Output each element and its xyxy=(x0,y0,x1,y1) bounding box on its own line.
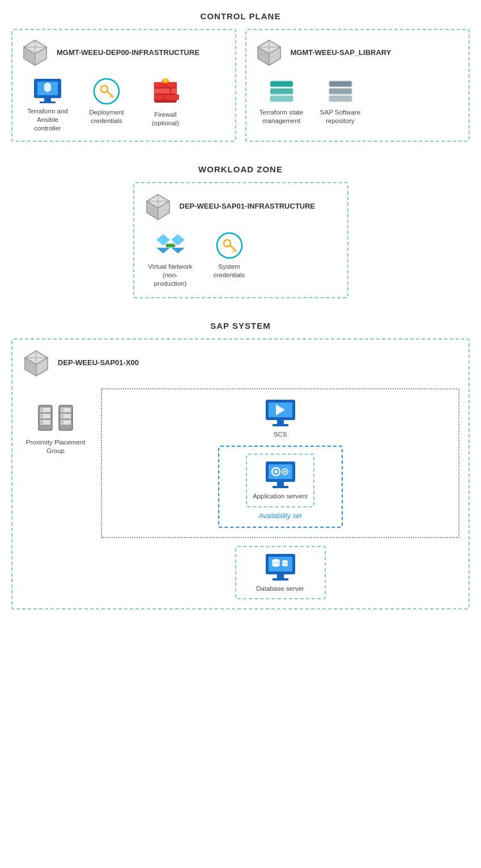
svg-rect-19 xyxy=(154,88,170,94)
svg-rect-31 xyxy=(270,81,293,87)
sap-system-inner: Proximity Placement Group SCS xyxy=(22,388,459,600)
svg-rect-35 xyxy=(270,96,293,101)
cube-icon-right xyxy=(254,38,284,67)
storage-gray-icon xyxy=(327,78,354,105)
app-servers-label: Application servers xyxy=(253,492,308,501)
mgmt-infra-title: MGMT-WEEU-DEP00-INFRASTRUCTURE xyxy=(57,48,199,58)
mgmt-sap-library-header: MGMT-WEEU-SAP_LIBRARY xyxy=(254,38,461,67)
firewall-item: Firewall (optional) xyxy=(143,78,188,128)
dotted-main-box: SCS xyxy=(101,388,459,538)
mgmt-sap-library-title: MGMT-WEEU-SAP_LIBRARY xyxy=(291,48,391,58)
wz-icons: Virtual Network (non-production) System … xyxy=(143,232,338,288)
svg-rect-92 xyxy=(277,482,284,486)
db-server-icon xyxy=(265,553,296,581)
svg-rect-22 xyxy=(164,95,179,100)
svg-point-53 xyxy=(171,243,175,247)
svg-line-60 xyxy=(233,251,234,252)
svg-rect-78 xyxy=(61,408,63,412)
control-plane-section: CONTROL PLANE MGMT-WEEU-DEP00-INFRASTRUC… xyxy=(11,11,470,142)
svg-rect-9 xyxy=(44,98,51,101)
svg-line-15 xyxy=(110,96,111,98)
terraform-state-label: Terraform state management xyxy=(259,108,304,125)
dep-weeu-sap01-header: DEP-WEEU-SAP01-INFRASTRUCTURE xyxy=(143,192,338,222)
svg-rect-80 xyxy=(61,421,63,424)
svg-rect-93 xyxy=(273,486,288,488)
sap-repo-item: SAP Software repository xyxy=(318,78,363,125)
ppg-icon xyxy=(36,400,75,434)
svg-marker-55 xyxy=(171,248,185,253)
svg-rect-72 xyxy=(41,414,43,418)
mgmt-infra-icons: Terraform and Ansible controller Deploym… xyxy=(20,78,227,133)
app-servers-box: Application servers xyxy=(246,454,314,507)
key-circle-icon xyxy=(93,78,120,105)
svg-marker-54 xyxy=(156,248,170,253)
svg-rect-41 xyxy=(329,96,352,101)
dep-weeu-sap01-title: DEP-WEEU-SAP01-INFRASTRUCTURE xyxy=(180,202,316,211)
scs-label: SCS xyxy=(274,430,287,439)
mgmt-infra-box: MGMT-WEEU-DEP00-INFRASTRUCTURE Terraform… xyxy=(11,29,236,142)
firewall-label: Firewall (optional) xyxy=(143,111,188,128)
svg-rect-79 xyxy=(61,414,63,418)
cube-icon-left xyxy=(20,38,50,67)
deployment-creds-label: Deployment credentials xyxy=(84,108,129,125)
workload-zone-title: WORKLOAD ZONE xyxy=(11,164,470,174)
workload-zone-inner: DEP-WEEU-SAP01-INFRASTRUCTURE xyxy=(11,182,470,298)
control-plane-boxes: MGMT-WEEU-DEP00-INFRASTRUCTURE Terraform… xyxy=(11,29,470,142)
svg-rect-39 xyxy=(329,88,352,94)
scs-item: SCS xyxy=(258,399,303,439)
dep-weeu-sap01-x00-box: DEP-WEEU-SAP01-X00 xyxy=(11,338,470,610)
storage-teal-icon xyxy=(268,78,295,105)
svg-rect-10 xyxy=(40,101,56,103)
deployment-creds-item: Deployment credentials xyxy=(84,78,129,125)
control-plane-title: CONTROL PLANE xyxy=(11,11,470,21)
availability-set-box: Application servers Availability set xyxy=(218,446,343,528)
svg-point-91 xyxy=(284,471,286,473)
svg-rect-84 xyxy=(277,420,284,424)
dep-weeu-sap01-box: DEP-WEEU-SAP01-INFRASTRUCTURE xyxy=(133,182,348,298)
svg-line-59 xyxy=(234,249,235,251)
svg-point-24 xyxy=(163,78,168,83)
sap-system-header: DEP-WEEU-SAP01-X00 xyxy=(22,349,459,378)
sap-repo-label: SAP Software repository xyxy=(318,108,363,125)
svg-point-101 xyxy=(282,560,288,562)
ppg-label: Proximity Placement Group xyxy=(22,438,90,455)
system-creds-icon xyxy=(216,232,243,259)
availability-set-label: Availability set xyxy=(259,512,302,520)
system-creds-label: System credentials xyxy=(207,262,252,280)
cube-icon-wz xyxy=(143,192,173,222)
sap-right-section: SCS xyxy=(101,388,459,600)
sap-system-box-title: DEP-WEEU-SAP01-X00 xyxy=(58,358,139,368)
svg-rect-71 xyxy=(41,408,43,412)
svg-rect-20 xyxy=(171,88,177,94)
sap-system-section: SAP SYSTEM DEP-WEEU-SAP01-X00 xyxy=(11,321,470,610)
terraform-ansible-item: Terraform and Ansible controller xyxy=(25,78,70,133)
svg-rect-102 xyxy=(277,574,284,578)
db-server-label: Database server xyxy=(256,585,304,593)
vnet-label: Virtual Network (non-production) xyxy=(148,262,193,288)
sap-system-title: SAP SYSTEM xyxy=(11,321,470,331)
vnet-icon xyxy=(155,232,186,259)
terraform-ansible-label: Terraform and Ansible controller xyxy=(25,107,70,133)
svg-rect-85 xyxy=(273,424,288,426)
svg-rect-33 xyxy=(270,88,293,94)
vnet-item: Virtual Network (non-production) xyxy=(148,232,193,288)
db-section: Database server xyxy=(101,546,459,600)
cube-icon-sap xyxy=(22,349,51,378)
svg-rect-37 xyxy=(329,81,352,87)
system-creds-item: System credentials xyxy=(207,232,252,280)
svg-rect-21 xyxy=(154,95,163,100)
mgmt-sap-library-icons: Terraform state management SAP Software … xyxy=(254,78,461,125)
scs-monitor-icon xyxy=(265,399,296,427)
firewall-icon xyxy=(152,78,179,107)
svg-rect-73 xyxy=(41,421,43,424)
svg-rect-103 xyxy=(273,578,288,581)
ppg-section: Proximity Placement Group xyxy=(22,388,90,455)
app-servers-icon xyxy=(265,460,296,489)
svg-point-89 xyxy=(274,470,278,473)
svg-point-98 xyxy=(272,559,280,562)
workload-zone-section: WORKLOAD ZONE DEP-WEEU-SAP01-INFRASTRUCT… xyxy=(11,164,470,298)
monitor-blue-icon xyxy=(33,78,62,104)
svg-line-14 xyxy=(111,95,112,96)
terraform-state-item: Terraform state management xyxy=(259,78,304,125)
mgmt-infra-header: MGMT-WEEU-DEP00-INFRASTRUCTURE xyxy=(20,38,227,67)
